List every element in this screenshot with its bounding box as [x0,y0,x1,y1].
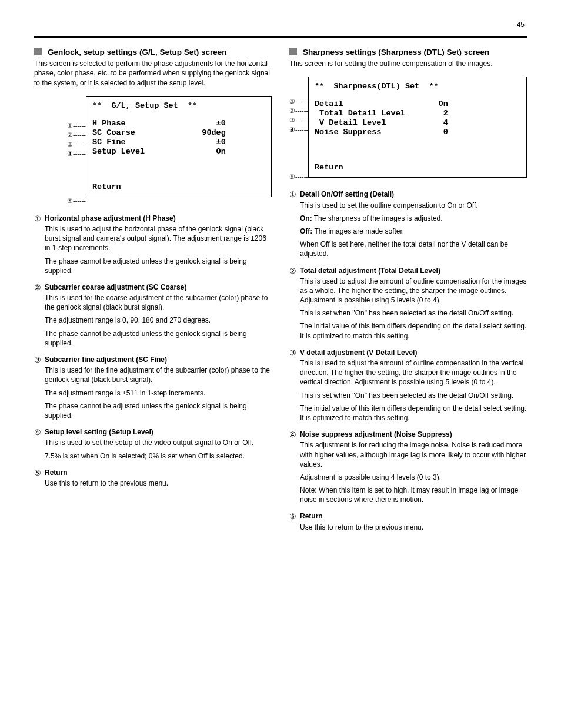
item-title: Horizontal phase adjustment (H Phase) [45,214,272,223]
list-item: ④Noise suppress adjustment (Noise Suppre… [289,430,527,508]
item-number-icon: ① [289,190,296,200]
list-item: ⑤ReturnUse this to return to the previou… [289,511,527,535]
item-text: This is used to set the setup of the vid… [45,438,272,460]
osd-block: ①------ ②------ ③------ ④------ ⑤------ … [289,77,527,181]
item-list: ①Horizontal phase adjustment (H Phase)Th… [34,214,272,491]
list-item: ③V detail adjustment (V Detail Level)Thi… [289,348,527,426]
item-number-icon: ⑤ [289,511,296,521]
item-number-icon: ⑤ [34,468,41,478]
item-title: Setup level setting (Setup Level) [45,427,272,437]
item-number-icon: ② [289,266,296,276]
item-list: ①Detail On/Off setting (Detail)This is u… [289,190,527,535]
item-title: V detail adjustment (V Detail Level) [300,348,527,357]
page-number: -45- [515,20,527,29]
right-column: Sharpness settings (Sharpness (DTL) Set)… [289,47,527,539]
item-number-icon: ④ [34,427,41,437]
osd-screen: ** Sharpness(DTL) Set **Detail On Total … [308,77,527,178]
osd-callout-markers: ①------ ②------ ③------ ④------ ⑤------ [67,96,86,205]
list-item: ④Setup level setting (Setup Level)This i… [34,427,272,464]
square-bullet-icon [34,48,42,55]
page: -45- Genlock, setup settings (G/L, Setup… [0,0,561,728]
item-text: This is used for the coarse adjustment o… [45,293,272,348]
osd-screen: ** G/L, Setup Set **H Phase ±0SC Coarse … [86,96,272,197]
item-title: Total detail adjustment (Total Detail Le… [300,266,527,275]
section-heading: Genlock, setup settings (G/L, Setup Set)… [34,47,272,58]
item-number-icon: ① [34,214,41,224]
section-description: This screen is for setting the outline c… [289,59,527,68]
item-number-icon: ④ [289,430,296,440]
list-item: ①Detail On/Off setting (Detail)This is u… [289,190,527,262]
section-title: Genlock, setup settings (G/L, Setup Set)… [48,47,227,58]
item-number-icon: ③ [34,355,41,365]
item-text: This is used for the fine adjustment of … [45,365,272,420]
item-title: Subcarrier fine adjustment (SC Fine) [45,355,272,364]
item-number-icon: ② [34,282,41,292]
item-title: Return [300,511,527,521]
item-text: This is used to adjust the horizontal ph… [45,224,272,275]
section-description: This screen is selected to perform the p… [34,59,272,88]
osd-callout-markers: ①------ ②------ ③------ ④------ ⑤------ [289,77,308,181]
item-text: This is used to adjust the amount of out… [300,358,527,423]
item-text: This is used to adjust the amount of out… [300,277,527,341]
item-number-icon: ③ [289,348,296,358]
left-column: Genlock, setup settings (G/L, Setup Set)… [34,47,272,539]
item-title: Subcarrier coarse adjustment (SC Coarse) [45,282,272,292]
list-item: ③Subcarrier fine adjustment (SC Fine)Thi… [34,355,272,424]
item-text: This adjustment is for reducing the imag… [300,440,527,504]
item-title: Return [45,468,272,477]
list-item: ⑤ReturnUse this to return to the previou… [34,468,272,491]
osd-block: ①------ ②------ ③------ ④------ ⑤------ … [67,96,272,205]
square-bullet-icon [289,48,297,55]
section-heading: Sharpness settings (Sharpness (DTL) Set)… [289,47,527,58]
horizontal-rule [34,36,527,38]
list-item: ②Total detail adjustment (Total Detail L… [289,266,527,344]
item-title: Noise suppress adjustment (Noise Suppres… [300,430,527,439]
list-item: ②Subcarrier coarse adjustment (SC Coarse… [34,282,272,351]
item-title: Detail On/Off setting (Detail) [300,190,527,199]
item-text: Use this to return to the previous menu. [45,478,272,488]
two-column-layout: Genlock, setup settings (G/L, Setup Set)… [34,47,527,539]
section-title: Sharpness settings (Sharpness (DTL) Set)… [303,47,489,58]
item-text: Use this to return to the previous menu. [300,523,527,532]
item-text: This is used to set the outline compensa… [300,201,527,259]
list-item: ①Horizontal phase adjustment (H Phase)Th… [34,214,272,279]
